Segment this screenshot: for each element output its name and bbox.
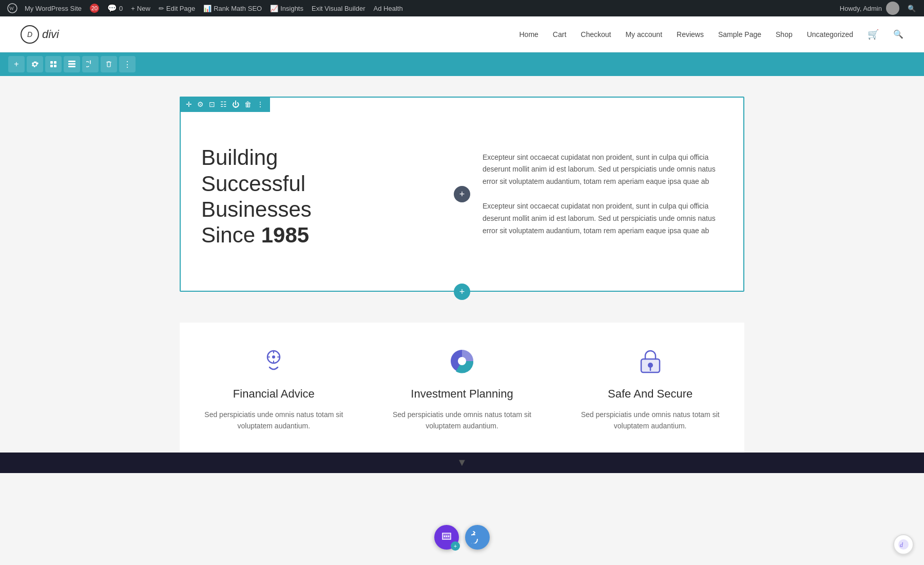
investment-planning-icon <box>444 343 480 379</box>
main-navigation: Home Cart Checkout My account Reviews Sa… <box>519 29 903 40</box>
admin-insights[interactable]: 📈 Insights <box>266 0 307 16</box>
center-add-column-button[interactable]: + <box>454 186 470 202</box>
features-grid: Financial Advice Sed perspiciatis unde o… <box>190 343 734 432</box>
svg-rect-2 <box>50 61 53 64</box>
admin-ad-health[interactable]: Ad Health <box>370 0 407 16</box>
admin-rank-math[interactable]: 📊 Rank Math SEO <box>199 0 266 16</box>
feature-safe-secure: Safe And Secure Sed perspiciatis unde om… <box>566 343 734 432</box>
svg-point-21 <box>444 536 446 537</box>
admin-exit-visual-builder[interactable]: Exit Visual Builder <box>307 0 370 16</box>
divi-delete-button[interactable] <box>101 56 117 72</box>
financial-advice-text: Sed perspiciatis unde omnis natus totam … <box>202 409 345 432</box>
divi-layout-button[interactable] <box>45 56 62 72</box>
financial-advice-icon <box>256 343 292 379</box>
hero-layout-icon[interactable]: ⊡ <box>207 99 217 110</box>
admin-comments[interactable]: 💬 0 <box>103 0 127 16</box>
investment-planning-text: Sed perspiciatis unde omnis natus totam … <box>390 409 534 432</box>
svg-rect-8 <box>68 66 75 67</box>
svg-point-19 <box>648 363 653 368</box>
admin-updates[interactable]: 20 <box>86 0 103 16</box>
main-content: ✛ ⚙ ⊡ ☷ ⏻ 🗑 ⋮ + Building Successful Busi… <box>0 76 924 565</box>
admin-bar-right: Howdy, Admin 🔍 <box>836 0 920 16</box>
chat-badge: + <box>451 541 460 551</box>
hero-delete-icon[interactable]: 🗑 <box>242 99 254 110</box>
hero-paragraph-1: Excepteur sint occaecat cupidatat non pr… <box>483 152 723 188</box>
nav-checkout[interactable]: Checkout <box>581 30 611 39</box>
admin-new[interactable]: + New <box>127 0 155 16</box>
svg-point-16 <box>458 357 466 365</box>
safe-secure-text: Sed perspiciatis unde omnis natus totam … <box>579 409 722 432</box>
hero-title: Building Successful Businesses Since 198… <box>201 145 441 249</box>
admin-search[interactable]: 🔍 <box>903 0 920 16</box>
nav-sample-page[interactable]: Sample Page <box>718 30 761 39</box>
svg-rect-6 <box>68 61 75 62</box>
nav-cart[interactable]: Cart <box>553 30 566 39</box>
hero-grid-icon[interactable]: ☷ <box>218 99 229 110</box>
hero-left-column: Building Successful Businesses Since 198… <box>181 98 462 291</box>
logo-circle: D <box>21 25 39 44</box>
hero-more-icon[interactable]: ⋮ <box>255 99 266 110</box>
nav-shop[interactable]: Shop <box>776 30 793 39</box>
divi-power-button[interactable] <box>82 56 99 72</box>
svg-point-22 <box>446 536 448 537</box>
divi-more-button[interactable]: ⋮ <box>119 56 136 72</box>
hero-power-icon[interactable]: ⏻ <box>230 99 241 110</box>
divi-settings-button[interactable] <box>27 56 43 72</box>
feature-investment-planning: Investment Planning Sed perspiciatis und… <box>378 343 546 432</box>
hero-section-toolbar: ✛ ⚙ ⊡ ☷ ⏻ 🗑 ⋮ <box>180 97 270 112</box>
svg-text:d: d <box>900 541 903 549</box>
features-section: Financial Advice Sed perspiciatis unde o… <box>180 323 744 453</box>
site-logo[interactable]: D divi <box>21 25 59 44</box>
admin-bar: W My WordPress Site 20 💬 0 + New ✏ Edit … <box>0 0 924 16</box>
hero-section: ✛ ⚙ ⊡ ☷ ⏻ 🗑 ⋮ + Building Successful Busi… <box>180 97 744 292</box>
hero-move-icon[interactable]: ✛ <box>184 99 194 110</box>
svg-rect-5 <box>54 65 56 67</box>
divi-branding-button[interactable]: d <box>893 534 914 555</box>
hero-right-column: Excepteur sint occaecat cupidatat non pr… <box>462 98 743 291</box>
svg-rect-7 <box>68 63 75 65</box>
svg-rect-4 <box>50 65 53 67</box>
safe-secure-icon <box>632 343 668 379</box>
floating-action-buttons: + <box>434 525 490 550</box>
nav-my-account[interactable]: My account <box>625 30 662 39</box>
nav-reviews[interactable]: Reviews <box>677 30 704 39</box>
svg-rect-3 <box>54 61 56 64</box>
admin-site-name[interactable]: My WordPress Site <box>21 0 86 16</box>
logo-text: divi <box>42 28 59 41</box>
feature-financial-advice: Financial Advice Sed perspiciatis unde o… <box>190 343 358 432</box>
divi-toolbar: + ⋮ <box>0 52 924 76</box>
admin-howdy[interactable]: Howdy, Admin <box>836 0 903 16</box>
hero-paragraph-2: Excepteur sint occaecat cupidatat non pr… <box>483 200 723 237</box>
nav-uncategorized[interactable]: Uncategorized <box>807 30 853 39</box>
divi-add-button[interactable]: + <box>8 56 25 72</box>
financial-advice-title: Financial Advice <box>233 387 315 401</box>
investment-planning-title: Investment Planning <box>411 387 513 401</box>
site-header: D divi Home Cart Checkout My account Rev… <box>0 16 924 52</box>
svg-point-23 <box>448 536 450 537</box>
add-section-button[interactable]: + <box>454 284 470 300</box>
safe-secure-title: Safe And Secure <box>608 387 692 401</box>
svg-text:W: W <box>9 6 14 11</box>
divi-undo-button[interactable] <box>465 525 490 550</box>
wp-logo[interactable]: W <box>4 0 21 16</box>
divi-grid-button[interactable] <box>64 56 80 72</box>
nav-home[interactable]: Home <box>519 30 538 39</box>
admin-edit-page[interactable]: ✏ Edit Page <box>155 0 199 16</box>
divi-chat-button[interactable]: + <box>434 525 459 550</box>
scroll-arrow-icon[interactable]: ▼ <box>457 457 467 468</box>
dark-stripe: ▼ <box>0 453 924 473</box>
svg-point-14 <box>272 355 275 359</box>
hero-settings-icon[interactable]: ⚙ <box>195 99 206 110</box>
cart-icon[interactable]: 🛒 <box>868 29 879 40</box>
search-icon[interactable]: 🔍 <box>893 29 903 39</box>
